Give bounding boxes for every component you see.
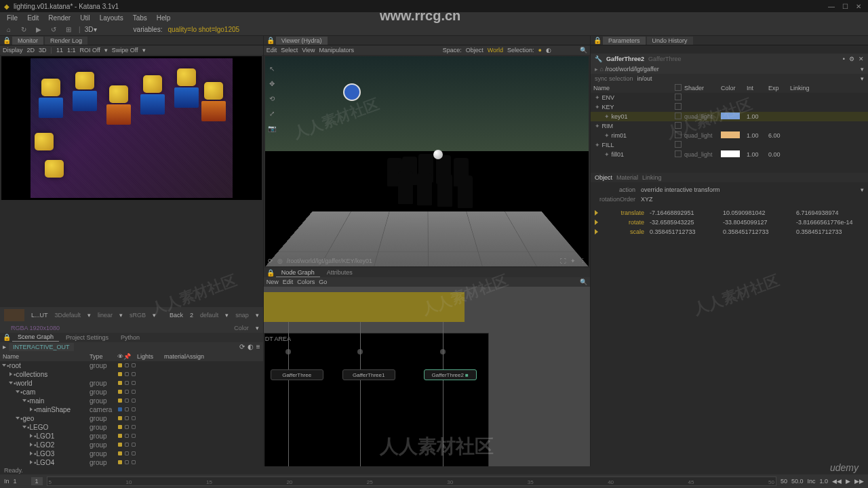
close-icon[interactable]: ✕: [859, 56, 864, 62]
light-row[interactable]: ✦ ENV: [591, 93, 868, 102]
light-row[interactable]: ✦ key01quad_light1.00: [591, 112, 868, 121]
refresh-icon[interactable]: ↻: [19, 25, 28, 35]
color-label[interactable]: Color: [234, 325, 249, 331]
viewer-view[interactable]: View: [302, 47, 315, 54]
move-tool-icon[interactable]: ✥: [267, 78, 277, 89]
gear-icon[interactable]: ✦: [570, 258, 576, 264]
tab-attributes[interactable]: Attributes: [321, 268, 358, 277]
target-icon[interactable]: ◎: [277, 258, 283, 264]
scenegraph-row[interactable]: ▪ LGO4group: [0, 458, 263, 467]
srgb-label[interactable]: sRGB: [130, 312, 146, 319]
play-fwd-icon[interactable]: ▶▶: [854, 478, 864, 485]
action-value[interactable]: override interactive transform: [641, 186, 720, 193]
tab-python[interactable]: Python: [115, 333, 145, 342]
scenegraph-row[interactable]: ▪ LGO1group: [0, 432, 263, 441]
tab-parameters[interactable]: Parameters: [603, 37, 646, 45]
space-world[interactable]: World: [488, 47, 503, 54]
end-value[interactable]: 50: [781, 478, 787, 485]
play-back-icon[interactable]: ◀◀: [832, 478, 842, 485]
backdrop-node[interactable]: [264, 333, 489, 466]
mute-all-checkbox[interactable]: [675, 84, 682, 91]
chevron-down-icon[interactable]: ▾: [861, 75, 864, 82]
fit-value[interactable]: 11: [56, 47, 63, 54]
dot-icon[interactable]: •: [843, 56, 845, 62]
render-icon[interactable]: ▶: [34, 25, 43, 35]
snap-label[interactable]: snap: [235, 312, 249, 319]
sel-mode-icon[interactable]: ◐: [546, 47, 551, 54]
scenegraph-row[interactable]: ▪ maingroup: [0, 396, 263, 405]
light-gizmo[interactable]: [433, 150, 443, 159]
maximize-button[interactable]: ☐: [840, 1, 850, 11]
tab-viewer[interactable]: Viewer (Hydra): [276, 37, 328, 45]
light-row[interactable]: ✦ rim01quad_light1.006.00: [591, 131, 868, 140]
tab-projectsettings[interactable]: Project Settings: [60, 333, 114, 342]
scenegraph-row[interactable]: ▪ worldgroup: [0, 379, 263, 388]
lut-value[interactable]: 3Ddefault: [55, 312, 81, 319]
scenegraph-row[interactable]: ▪ collections: [0, 370, 263, 379]
node-gafferthree1[interactable]: GafferThree1: [342, 369, 395, 380]
ng-new[interactable]: New: [267, 279, 279, 285]
viewer-path[interactable]: /root/world/lgt/gaffer/KEY/key01: [287, 258, 372, 264]
menu-util[interactable]: Util: [76, 13, 94, 23]
pin-icon[interactable]: 📌: [123, 353, 130, 360]
rotate-tool-icon[interactable]: ⟲: [267, 93, 277, 104]
tab-renderlog[interactable]: Render Log: [45, 37, 87, 45]
camera-tool-icon[interactable]: 📷: [267, 123, 277, 134]
minimize-button[interactable]: —: [826, 1, 837, 11]
linear-label[interactable]: linear: [98, 312, 113, 319]
space-object[interactable]: Object: [466, 47, 484, 54]
inc-value[interactable]: 1.0: [819, 478, 828, 485]
viewer-select[interactable]: Select: [281, 47, 298, 54]
btn-3d[interactable]: 3D: [39, 47, 47, 54]
variables-value[interactable]: quality=lo shot=lgo1205: [167, 26, 239, 33]
node-gafferthree[interactable]: GafferThree: [271, 369, 323, 380]
play-icon[interactable]: ▶: [846, 478, 850, 485]
ng-go[interactable]: Go: [319, 279, 327, 285]
loop-icon[interactable]: ⟳: [268, 258, 273, 264]
3d-viewport[interactable]: ↖ ✥ ⟲ ⤢ 📷 ⟳ ◎ /root/world/lgt/gaffer/KEY…: [265, 56, 589, 266]
lock-icon[interactable]: 🔒: [267, 269, 275, 277]
transform-row[interactable]: translate-7.1646889295110.05909810426.71…: [595, 208, 864, 218]
tab-monitor[interactable]: Monitor: [12, 37, 43, 45]
param-node-name[interactable]: GafferThree2: [606, 56, 644, 62]
menu-tabs[interactable]: Tabs: [129, 13, 151, 23]
chevron-down-icon[interactable]: ▾: [861, 186, 864, 193]
menu-file[interactable]: File: [3, 13, 22, 23]
ratio-value[interactable]: 1:1: [67, 47, 76, 54]
light-row[interactable]: ✦ KEY: [591, 102, 868, 112]
sg-tool-icon[interactable]: ⟳: [239, 343, 245, 350]
search-icon[interactable]: 🔍: [580, 279, 587, 285]
wrench-icon[interactable]: 🔧: [595, 56, 602, 62]
sel-mode-icon[interactable]: ●: [538, 47, 542, 54]
menu-help[interactable]: Help: [153, 13, 175, 23]
rotorder-value[interactable]: XYZ: [641, 196, 653, 203]
sg-tool-icon[interactable]: ◐: [248, 343, 254, 350]
lock-icon[interactable]: 🔒: [3, 37, 11, 44]
eye-icon[interactable]: 👁: [117, 353, 123, 360]
back-n[interactable]: 2: [190, 312, 193, 319]
node-gafferthree2[interactable]: GafferThree2■: [424, 369, 477, 380]
scenegraph-row[interactable]: ▪ LGO2group: [0, 441, 263, 449]
menu-layouts[interactable]: Layouts: [96, 13, 127, 23]
close-button[interactable]: ✕: [853, 1, 864, 11]
param-path[interactable]: /root/world/lgt/gaffer: [605, 66, 658, 73]
lock-icon[interactable]: 🔒: [3, 333, 11, 341]
scenegraph-row[interactable]: ▪ mainShapecamera: [0, 405, 263, 414]
scenegraph-row[interactable]: ▪ camgroup: [0, 388, 263, 396]
scenegraph-row[interactable]: ▪ rootgroup: [0, 361, 263, 370]
timeline-track[interactable]: 5101520253035404550: [47, 476, 776, 486]
scenegraph-row[interactable]: ▪ geogroup: [0, 414, 263, 423]
stop-icon[interactable]: ↺: [49, 25, 58, 35]
tab-object[interactable]: Object: [595, 174, 612, 181]
tab-nodegraph[interactable]: Node Graph: [276, 268, 320, 277]
lock-icon[interactable]: 🔒: [267, 37, 275, 44]
scenegraph-row[interactable]: ▪ LEGOgroup: [0, 423, 263, 432]
search-icon[interactable]: 🔍: [580, 47, 587, 54]
mode-3d-icon[interactable]: 3D▾: [86, 25, 96, 35]
expand-icon[interactable]: ▸: [3, 343, 6, 350]
more-icon[interactable]: ⋮: [580, 258, 586, 264]
select-tool-icon[interactable]: ↖: [267, 63, 277, 74]
render-thumb[interactable]: [4, 309, 24, 321]
light-row[interactable]: ✦ fill01quad_light1.000.00: [591, 150, 868, 159]
btn-2d[interactable]: 2D: [27, 47, 35, 54]
